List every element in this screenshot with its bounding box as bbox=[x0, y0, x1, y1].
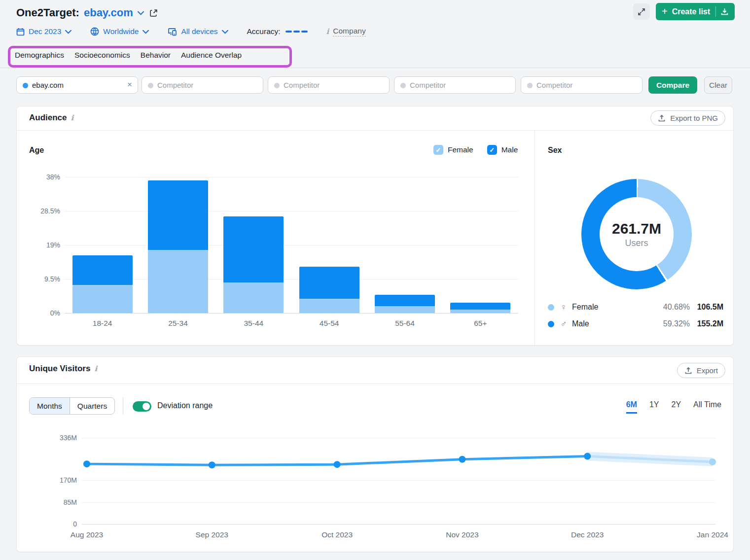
accuracy-indicator: Accuracy: bbox=[247, 27, 308, 36]
expand-icon bbox=[638, 8, 645, 16]
chevron-down-icon bbox=[143, 30, 149, 34]
deviation-range-toggle[interactable] bbox=[133, 401, 151, 412]
age-bar-female-35-44[interactable] bbox=[223, 282, 284, 313]
range-1y[interactable]: 1Y bbox=[649, 400, 659, 409]
age-bar-male-55-64[interactable] bbox=[375, 295, 435, 306]
unique-visitors-title: Unique Visitors i bbox=[29, 364, 97, 374]
male-symbol-icon: ♂ bbox=[559, 319, 568, 329]
info-icon[interactable]: i bbox=[71, 113, 74, 122]
download-icon[interactable] bbox=[720, 7, 729, 16]
button-divider bbox=[715, 6, 716, 17]
compare-button[interactable]: Compare bbox=[648, 76, 697, 94]
unique-visitors-card: Unique Visitors i Export Months Quarters… bbox=[16, 356, 734, 552]
date-filter-label: Dec 2023 bbox=[29, 27, 61, 36]
date-filter[interactable]: Dec 2023 bbox=[16, 27, 71, 36]
page-header: One2Target: ebay.com bbox=[16, 4, 158, 22]
age-bar-male-18-24[interactable] bbox=[72, 255, 133, 285]
competitor-field-3[interactable] bbox=[394, 77, 515, 93]
quarters-option[interactable]: Quarters bbox=[70, 398, 114, 414]
chevron-down-icon[interactable] bbox=[138, 11, 144, 15]
chevron-down-icon bbox=[65, 30, 71, 34]
data-point-dec-2023[interactable] bbox=[584, 453, 591, 460]
y-axis-tick: 38% bbox=[26, 173, 60, 181]
x-axis-label: 25-34 bbox=[146, 319, 210, 328]
sex-donut-chart[interactable]: 261.7M Users bbox=[581, 179, 692, 289]
total-users-value: 261.7M bbox=[612, 220, 661, 237]
competitor-field-4[interactable] bbox=[521, 77, 642, 93]
competitor-input-3[interactable] bbox=[394, 76, 516, 94]
competitor-field-2[interactable] bbox=[268, 77, 389, 93]
plus-icon: + bbox=[662, 6, 668, 17]
sex-chart-title: Sex bbox=[548, 146, 562, 155]
export-to-png-button[interactable]: Export to PNG bbox=[650, 110, 725, 126]
company-link[interactable]: i Company bbox=[326, 27, 366, 36]
close-icon[interactable]: × bbox=[127, 80, 132, 90]
gridline bbox=[65, 313, 518, 314]
company-link-label: Company bbox=[333, 27, 365, 36]
x-axis-label: 35-44 bbox=[221, 319, 286, 328]
calendar-icon bbox=[16, 28, 25, 36]
export-button[interactable]: Export bbox=[677, 363, 725, 378]
competitor-input-1[interactable] bbox=[142, 76, 263, 94]
deviation-range-label: Deviation range bbox=[157, 401, 213, 410]
range-2y[interactable]: 2Y bbox=[672, 400, 681, 409]
sex-legend-row-female[interactable]: ♀ Female 40.68% 106.5M bbox=[548, 301, 723, 314]
female-percent: 40.68% bbox=[663, 303, 690, 312]
age-bar-female-18-24[interactable] bbox=[72, 285, 133, 313]
age-bar-female-65+[interactable] bbox=[450, 310, 510, 313]
domain-color-dot bbox=[23, 83, 28, 88]
domain-selector[interactable]: ebay.com bbox=[84, 6, 133, 19]
tab-socioeconomics[interactable]: Socioeconomics bbox=[74, 51, 130, 60]
create-list-label: Create list bbox=[672, 7, 710, 16]
one2target-page: One2Target: ebay.com + Create list Dec 2… bbox=[0, 0, 750, 560]
female-color-dot bbox=[548, 304, 554, 311]
age-bar-female-55-64[interactable] bbox=[375, 306, 435, 313]
range-all-time[interactable]: All Time bbox=[693, 400, 721, 409]
tab-demographics[interactable]: Demographics bbox=[15, 51, 64, 60]
data-point-jan-2024[interactable] bbox=[709, 458, 716, 465]
age-bar-chart: 0%9.5%19%28.5%38%18-2425-3435-4445-5455-… bbox=[17, 130, 535, 346]
tab-behavior[interactable]: Behavior bbox=[141, 51, 171, 60]
line-chart-canvas bbox=[17, 421, 734, 553]
main-domain-input[interactable]: ebay.com × bbox=[16, 76, 138, 94]
range-6m[interactable]: 6M bbox=[626, 400, 637, 409]
data-point-nov-2023[interactable] bbox=[459, 456, 465, 463]
age-bar-female-45-54[interactable] bbox=[299, 299, 359, 313]
devices-filter[interactable]: All devices bbox=[168, 27, 228, 36]
clear-button[interactable]: Clear bbox=[704, 76, 732, 94]
page-title: One2Target: bbox=[16, 6, 79, 19]
accuracy-level-indicator bbox=[286, 31, 308, 33]
competitor-input-4[interactable] bbox=[521, 76, 643, 94]
devices-filter-label: All devices bbox=[181, 27, 217, 36]
fullscreen-button[interactable] bbox=[633, 3, 650, 20]
info-icon[interactable]: i bbox=[94, 364, 97, 373]
external-link-icon[interactable] bbox=[149, 9, 158, 17]
competitor-field-1[interactable] bbox=[142, 77, 263, 93]
age-bar-male-25-34[interactable] bbox=[148, 180, 208, 250]
divider bbox=[17, 384, 733, 384]
audience-section-title: Audience i bbox=[29, 113, 73, 123]
sex-legend-row-male[interactable]: ♂ Male 59.32% 155.2M bbox=[548, 317, 723, 330]
report-tabs: Demographics Socioeconomics Behavior Aud… bbox=[15, 51, 242, 60]
create-list-button[interactable]: + Create list bbox=[656, 3, 735, 20]
data-point-sep-2023[interactable] bbox=[209, 461, 215, 468]
competitor-input-2[interactable] bbox=[268, 76, 390, 94]
data-point-oct-2023[interactable] bbox=[334, 461, 341, 468]
male-users-value: 155.2M bbox=[690, 319, 723, 328]
data-point-aug-2023[interactable] bbox=[83, 460, 90, 467]
age-bar-male-35-44[interactable] bbox=[223, 216, 284, 282]
tab-audience-overlap[interactable]: Audience Overlap bbox=[181, 51, 242, 60]
male-color-dot bbox=[548, 321, 554, 327]
location-filter[interactable]: Worldwide bbox=[90, 27, 149, 36]
total-users-label: Users bbox=[625, 238, 648, 248]
age-bar-male-65+[interactable] bbox=[450, 303, 510, 310]
age-bar-female-25-34[interactable] bbox=[148, 250, 208, 313]
location-filter-label: Worldwide bbox=[103, 27, 139, 36]
x-axis-label: 65+ bbox=[448, 319, 512, 328]
age-bar-male-45-54[interactable] bbox=[299, 267, 359, 299]
chevron-down-icon bbox=[222, 30, 228, 34]
unique-visitors-line-chart: 085M170M336MAug 2023Sep 2023Oct 2023Nov … bbox=[17, 421, 734, 553]
months-option[interactable]: Months bbox=[30, 398, 70, 414]
devices-icon bbox=[168, 27, 177, 36]
gridline bbox=[65, 177, 518, 177]
